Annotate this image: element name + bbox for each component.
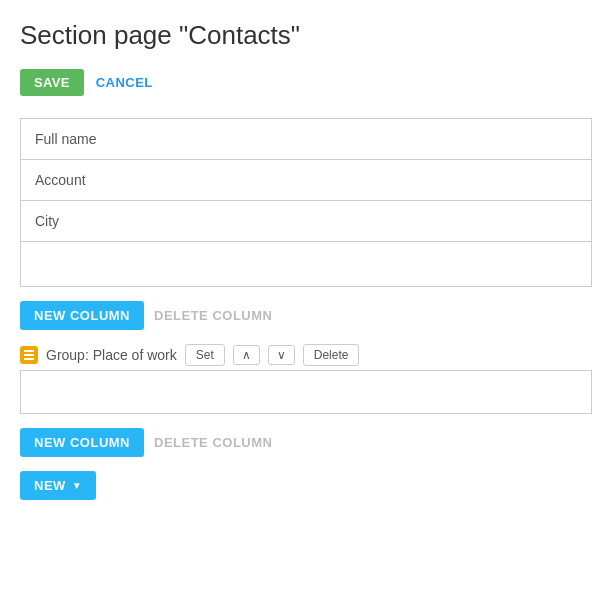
fields-section: Full name Account City — [20, 118, 592, 287]
toolbar: SAVE CANCEL — [20, 69, 592, 96]
group-column-actions-row: NEW COLUMN DELETE COLUMN — [20, 428, 592, 457]
column-actions-row: NEW COLUMN DELETE COLUMN — [20, 301, 592, 330]
field-empty — [21, 242, 591, 286]
field-full-name: Full name — [21, 119, 591, 160]
page-title: Section page "Contacts" — [20, 20, 592, 51]
group-delete-button[interactable]: Delete — [303, 344, 360, 366]
group-section: Group: Place of work Set ∧ ∨ Delete — [20, 344, 592, 414]
field-city: City — [21, 201, 591, 242]
group-up-button[interactable]: ∧ — [233, 345, 260, 365]
group-header: Group: Place of work Set ∧ ∨ Delete — [20, 344, 592, 366]
field-account: Account — [21, 160, 591, 201]
save-button[interactable]: SAVE — [20, 69, 84, 96]
group-label: Group: Place of work — [46, 347, 177, 363]
svg-rect-0 — [24, 350, 34, 352]
new-button[interactable]: NEW ▼ — [20, 471, 96, 500]
group-new-column-button[interactable]: NEW COLUMN — [20, 428, 144, 457]
svg-rect-1 — [24, 354, 34, 356]
group-down-button[interactable]: ∨ — [268, 345, 295, 365]
chevron-down-icon: ▼ — [72, 480, 82, 491]
cancel-button[interactable]: CANCEL — [96, 75, 153, 90]
delete-column-button[interactable]: DELETE COLUMN — [154, 308, 272, 323]
bottom-toolbar: NEW ▼ — [20, 471, 592, 500]
group-delete-column-button[interactable]: DELETE COLUMN — [154, 435, 272, 450]
svg-rect-2 — [24, 358, 34, 360]
new-column-button[interactable]: NEW COLUMN — [20, 301, 144, 330]
group-icon — [20, 346, 38, 364]
group-set-button[interactable]: Set — [185, 344, 225, 366]
group-content — [20, 370, 592, 414]
